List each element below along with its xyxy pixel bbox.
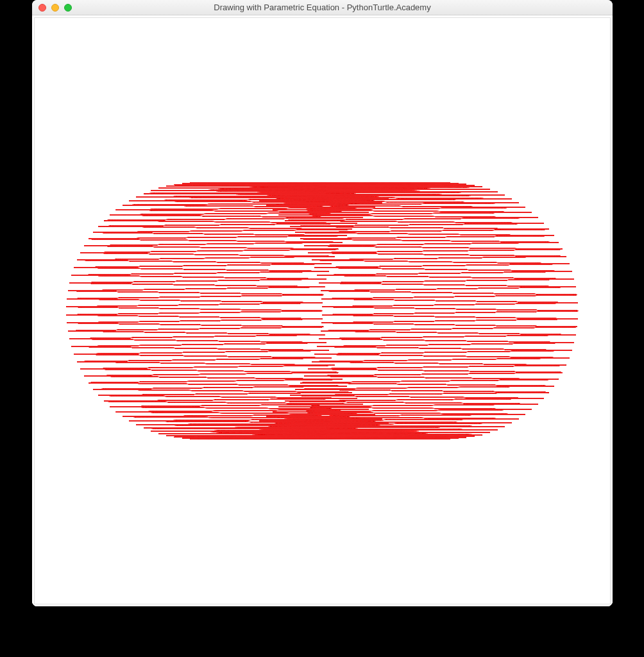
turtle-canvas-frame (34, 17, 611, 604)
zoom-icon[interactable] (64, 4, 72, 12)
titlebar[interactable]: Drawing with Parametric Equation - Pytho… (32, 0, 613, 15)
window-controls (32, 4, 72, 12)
canvas-area (32, 15, 613, 606)
minimize-icon[interactable] (51, 4, 59, 12)
app-window: Drawing with Parametric Equation - Pytho… (32, 0, 613, 606)
parametric-drawing (35, 18, 610, 604)
window-title: Drawing with Parametric Equation - Pytho… (32, 3, 613, 12)
close-icon[interactable] (38, 4, 46, 12)
